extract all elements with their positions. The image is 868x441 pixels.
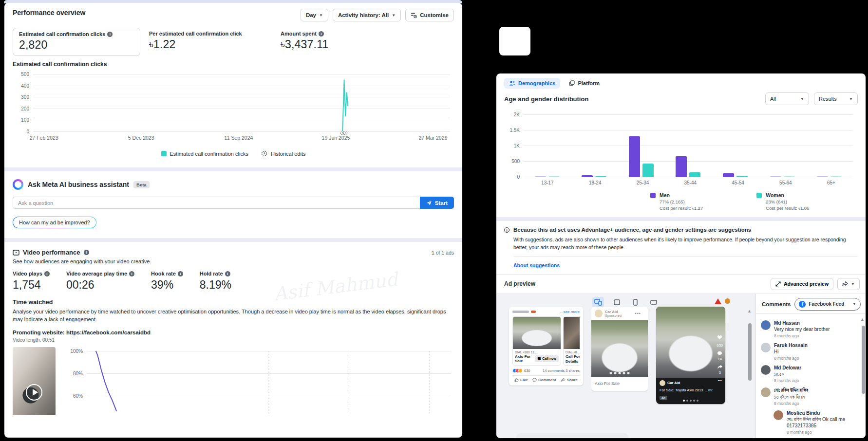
more-options-icon[interactable]: ••• xyxy=(635,311,644,316)
carousel-card-2[interactable]: DIAL +8... Call For Details xyxy=(563,316,580,366)
device-mobile-desktop-toggle[interactable] xyxy=(592,297,604,308)
y-axis-tick: 0 xyxy=(517,174,520,180)
expand-icon xyxy=(775,281,781,287)
demographics-panel: Demographics Platform Age and gender dis… xyxy=(496,74,866,438)
device-desktop-toggle[interactable] xyxy=(611,297,623,308)
comment-icon[interactable] xyxy=(717,351,722,356)
metric-scope-dropdown[interactable]: All▼ xyxy=(765,92,809,105)
page-title: Performance overview xyxy=(13,9,85,17)
comments-list: ▲ Md HassanVery nice my dear brother8 mo… xyxy=(756,313,866,439)
carousel: DIAL +880 13... Axio For Sale ☎ Call now xyxy=(512,316,580,366)
carousel-dots xyxy=(610,372,630,374)
bar-group-55-64 xyxy=(770,176,795,178)
page-name[interactable]: Car Aid xyxy=(605,310,622,314)
video-metrics-row: Video playsi 1,754 Video average play ti… xyxy=(13,271,454,292)
comment-button[interactable]: Comment xyxy=(532,378,556,382)
see-more-link[interactable]: ...see more xyxy=(560,310,580,314)
like-icon[interactable] xyxy=(717,335,722,340)
story-preview-card[interactable]: Car Aid Sponsored ••• Axio For Sale xyxy=(591,307,648,391)
performance-toolbar: Day▼ Activity history: All▼ Customise xyxy=(301,9,454,21)
comment-count[interactable]: 14 comments xyxy=(543,368,565,373)
info-icon[interactable]: i xyxy=(84,250,89,255)
y-axis-tick: 500 xyxy=(21,72,29,77)
chevron-down-icon: ▼ xyxy=(800,97,804,101)
feed-preview-card[interactable]: ...see more DIAL +880 13... Axio For Sal… xyxy=(509,307,583,386)
facebook-icon: f xyxy=(799,301,806,308)
carousel-card-1[interactable]: DIAL +880 13... Axio For Sale ☎ Call now xyxy=(512,316,561,366)
ask-question-input[interactable] xyxy=(13,197,420,209)
video-performance-section: Asif Mahmud Video performance i 1 of 1 a… xyxy=(4,242,462,415)
ad-preview-title: Ad preview xyxy=(504,280,535,287)
comment-author[interactable]: Md Delowar xyxy=(774,365,801,370)
tab-platform[interactable]: Platform xyxy=(564,78,604,89)
metric-hold-rate: Hold ratei 8.19% xyxy=(200,271,231,292)
y-axis-tick: 500 xyxy=(511,159,520,164)
warning-triangle-icon[interactable] xyxy=(715,298,721,304)
about-suggestions-link[interactable]: About suggestions xyxy=(513,262,560,268)
video-length: Video length: 00:51 xyxy=(13,337,454,343)
page-name[interactable]: Car Aid xyxy=(667,381,680,385)
info-icon[interactable]: i xyxy=(44,271,50,276)
chart-title: Estimated call confirmation clicks xyxy=(13,61,454,68)
advanced-preview-button[interactable]: Advanced preview xyxy=(771,278,833,290)
age-gender-bar-chart: 05001K1.5K2K xyxy=(524,115,853,177)
comment-timestamp: 8 months ago xyxy=(774,333,830,338)
x-axis-tick: 55-64 xyxy=(779,180,792,185)
device-landscape-toggle[interactable] xyxy=(648,297,660,308)
like-button[interactable]: Like xyxy=(514,378,528,382)
share-count[interactable]: 3 shares xyxy=(566,368,580,373)
page-avatar xyxy=(660,380,665,386)
info-icon[interactable]: i xyxy=(319,31,324,37)
customise-button[interactable]: Customise xyxy=(405,9,454,21)
platform-icon xyxy=(569,80,575,86)
info-icon[interactable]: i xyxy=(107,32,113,37)
share-preview-dropdown[interactable]: ▼ xyxy=(837,278,860,290)
activity-history-dropdown[interactable]: Activity history: All▼ xyxy=(333,9,401,21)
stat-per-call-confirmation-click: Per estimated call confirmation click ৳1… xyxy=(149,28,273,56)
chevron-down-icon: ▼ xyxy=(849,97,853,101)
date-granularity-dropdown[interactable]: Day▼ xyxy=(301,9,328,21)
stat-value: ৳3,437.11 xyxy=(281,38,328,51)
video-thumbnail[interactable] xyxy=(13,347,56,415)
metric-type-dropdown[interactable]: Results▼ xyxy=(814,92,858,105)
tab-demographics[interactable]: Demographics xyxy=(504,78,560,89)
comment-author[interactable]: Mosfica Bindu xyxy=(787,410,859,416)
reel-preview-card[interactable]: 630 14 3 ••• Car Aid xyxy=(656,307,725,404)
play-icon[interactable] xyxy=(26,384,42,401)
reaction-count[interactable]: 630 xyxy=(524,368,530,373)
share-button[interactable]: Share xyxy=(561,378,578,382)
comment-author[interactable]: Faruk Hossain xyxy=(774,343,808,348)
bar-women-25-34 xyxy=(642,164,654,177)
paper-plane-icon xyxy=(426,200,432,206)
comment-source-dropdown[interactable]: f Facebook Feed ▼ xyxy=(794,298,861,311)
comment-author[interactable]: Md Hassan xyxy=(774,320,830,326)
see-more-link[interactable]: ...more xyxy=(705,388,713,392)
alert-circle-icon[interactable] xyxy=(725,298,730,304)
x-axis-tick: 5 Dec 2023 xyxy=(128,135,154,141)
bar-men-13-17 xyxy=(535,176,546,178)
bar-group-25-34 xyxy=(629,136,654,177)
comment-text: ১৬ হইলে নক দিয়েন xyxy=(774,394,808,400)
avatar xyxy=(761,320,771,330)
comment-timestamp: 8 months ago xyxy=(787,430,859,435)
device-phone-toggle[interactable] xyxy=(629,297,641,308)
bar-women-65+ xyxy=(830,176,842,178)
info-icon[interactable]: i xyxy=(178,271,183,276)
comment-author[interactable]: মোঃ রকিব উদ্দিন রাকিব xyxy=(774,387,808,393)
x-axis-tick: 65+ xyxy=(827,180,835,185)
bar-men-45-54 xyxy=(723,173,734,177)
call-now-button[interactable]: ☎ Call now xyxy=(535,355,559,362)
info-icon[interactable]: i xyxy=(129,271,134,276)
start-button[interactable]: Start xyxy=(420,197,454,209)
info-icon[interactable]: i xyxy=(225,271,230,276)
preview-scrollbar[interactable] xyxy=(748,323,752,381)
more-options-icon[interactable]: ••• xyxy=(718,378,722,383)
ai-suggestion-chip[interactable]: How can my ad be improved? xyxy=(13,217,96,228)
scroll-up-arrow[interactable]: ▲ xyxy=(747,309,752,313)
stat-estimated-call-confirmation-clicks[interactable]: Estimated call confirmation clicksi 2,82… xyxy=(13,28,140,56)
comments-scrollbar[interactable] xyxy=(862,326,865,394)
scroll-up-arrow[interactable]: ▲ xyxy=(860,317,865,322)
share-icon[interactable] xyxy=(717,365,723,369)
truncated-post-text xyxy=(512,311,529,313)
section-divider xyxy=(4,167,462,171)
